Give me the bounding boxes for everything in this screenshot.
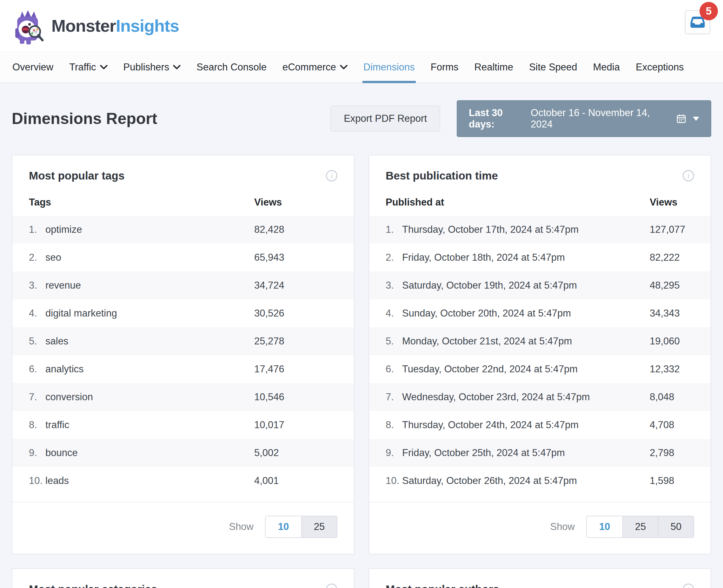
row-rank: 5. [29,336,45,347]
row-label: Thursday, October 17th, 2024 at 5:47pm [402,224,579,235]
row-views: 25,278 [254,336,354,347]
brand-name-primary: Monster [52,16,116,35]
chevron-down-icon [340,65,347,69]
nav-tab-label: Dimensions [363,62,415,73]
row-views: 82,222 [650,252,710,263]
table-row: 10. leads 4,001 [13,467,354,495]
table-row: 7. conversion 10,546 [13,383,354,411]
row-views: 65,943 [254,252,354,263]
publication-table: 1. Thursday, October 17th, 2024 at 5:47p… [369,216,710,495]
calendar-icon [676,113,686,124]
page-content: Dimensions Report Export PDF Report Last… [0,100,723,588]
row-rank: 9. [29,447,45,459]
table-row: 3. revenue 34,724 [13,272,354,299]
row-views: 12,332 [650,363,710,375]
row-label: digital marketing [45,308,117,319]
table-header: Tags Views [13,184,354,216]
nav-tab-label: Publishers [123,62,169,73]
date-range-picker[interactable]: Last 30 days: October 16 - November 14, … [457,100,711,137]
nav-tab[interactable]: Dimensions [356,52,423,82]
nav-tab[interactable]: Overview [4,52,61,82]
brand-name: MonsterInsights [52,16,179,36]
nav-tab[interactable]: Media [585,52,628,82]
row-views: 19,060 [650,336,710,347]
row-rank: 5. [386,336,402,347]
row-label: Sunday, October 20th, 2024 at 5:47pm [402,308,571,319]
show-label: Show [229,521,254,532]
nav-tab-label: Traffic [69,62,96,73]
column-header-views: Views [254,197,354,208]
row-views: 10,546 [254,391,354,403]
nav-tab-label: Realtime [475,62,513,73]
row-views: 30,526 [254,308,354,319]
card-title: Most popular tags [29,169,124,182]
table-row: 1. Thursday, October 17th, 2024 at 5:47p… [369,216,710,244]
rows-per-page-option[interactable]: 25 [301,516,337,537]
table-row: 1. optimize 82,428 [13,216,354,244]
export-pdf-button[interactable]: Export PDF Report [330,106,440,132]
table-row: 6. analytics 17,476 [13,355,354,383]
table-row: 6. Tuesday, October 22nd, 2024 at 5:47pm… [369,355,710,383]
table-row: 9. bounce 5,002 [13,439,354,467]
card-title: Most popular authors [386,583,499,588]
info-icon[interactable]: i [326,170,337,182]
reports-grid: Most popular tags i Tags Views 1. optimi… [12,155,711,554]
nav-tab-label: Site Speed [529,62,577,73]
nav-tab[interactable]: Exceptions [628,52,692,82]
row-rank: 1. [29,224,45,235]
table-row: 9. Friday, October 25th, 2024 at 5:47pm … [369,439,710,467]
row-label: Tuesday, October 22nd, 2024 at 5:47pm [402,363,578,375]
nav-tab[interactable]: Publishers [116,52,189,82]
row-label: bounce [45,447,78,459]
nav-tab[interactable]: eCommerce [275,52,356,82]
column-header-published-at: Published at [369,197,650,208]
row-label: Friday, October 25th, 2024 at 5:47pm [402,447,565,459]
row-label: Friday, October 18th, 2024 at 5:47pm [402,252,565,263]
nav-tab[interactable]: Search Console [188,52,275,82]
info-icon[interactable]: i [683,584,694,588]
rows-per-page-option[interactable]: 10 [266,516,301,537]
row-rank: 3. [29,280,45,291]
card-most-popular-tags: Most popular tags i Tags Views 1. optimi… [12,155,355,554]
date-range-value: October 16 - November 14, 2024 [531,107,663,130]
rows-per-page-option[interactable]: 50 [658,516,694,537]
nav-tab[interactable]: Site Speed [521,52,585,82]
row-views: 17,476 [254,363,354,375]
notifications-inbox-button[interactable]: 5 [685,10,710,34]
rows-per-page-option[interactable]: 25 [622,516,658,537]
page-title: Dimensions Report [12,109,157,128]
row-label: Thursday, October 24th, 2024 at 5:47pm [402,419,579,431]
nav-tab[interactable]: Traffic [61,52,115,82]
row-label: leads [45,475,69,486]
row-rank: 1. [386,224,402,235]
row-views: 10,017 [254,419,354,431]
row-label: sales [45,336,68,347]
table-row: 4. digital marketing 30,526 [13,299,354,327]
nav-tab-label: Overview [13,62,53,73]
row-rank: 2. [29,252,45,263]
table-row: 10. Saturday, October 26th, 2024 at 5:47… [369,467,710,495]
rows-per-page-toggle: 10 25 [265,516,337,538]
info-icon[interactable]: i [326,584,337,588]
nav-tab[interactable]: Forms [423,52,466,82]
notification-badge: 5 [700,2,718,20]
rows-per-page-option[interactable]: 10 [587,516,622,537]
row-rank: 8. [386,419,402,431]
nav-tab-label: eCommerce [282,62,336,73]
row-rank: 6. [29,363,45,375]
row-label: conversion [45,391,93,403]
row-label: revenue [45,280,81,291]
table-row: 5. sales 25,278 [13,327,354,355]
row-views: 5,002 [254,447,354,459]
column-header-tags: Tags [13,197,254,208]
table-header: Published at Views [369,184,710,216]
card-best-publication-time: Best publication time i Published at Vie… [368,155,711,554]
info-icon[interactable]: i [683,170,694,182]
row-rank: 10. [29,475,45,486]
chevron-down-icon [100,65,107,69]
row-views: 4,001 [254,475,354,486]
row-rank: 10. [386,475,402,486]
nav-tab[interactable]: Realtime [466,52,521,82]
row-rank: 4. [29,308,45,319]
row-views: 8,048 [650,391,710,403]
